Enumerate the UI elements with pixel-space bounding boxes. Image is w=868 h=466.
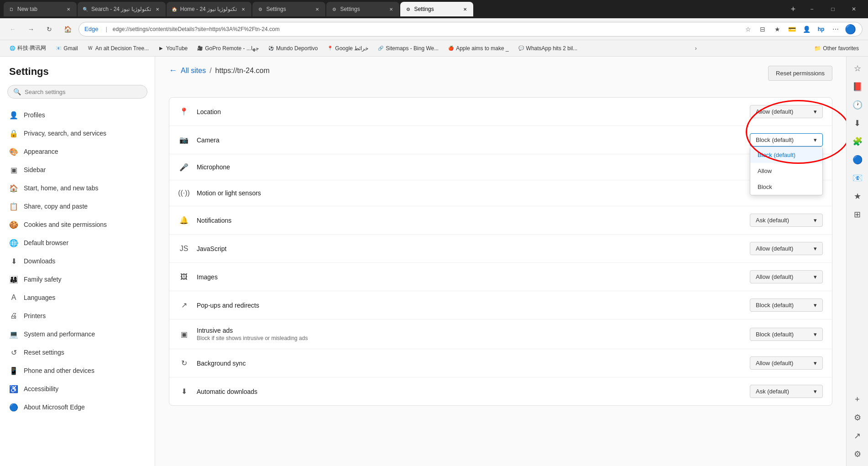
bookmark-item-1[interactable]: 📧Gmail [52,44,81,52]
reset-permissions-button[interactable]: Reset permissions [768,66,832,81]
address-bar[interactable]: Edge | edge://settings/content/siteDetai… [78,22,863,37]
nav-item-start-home[interactable]: 🏠 Start, home, and new tabs [0,179,155,197]
nav-item-cookies[interactable]: 🍪 Cookies and site permissions [0,215,155,234]
bookmarks-more-button[interactable]: › [690,43,701,54]
wallet-icon[interactable]: 💳 [785,23,798,36]
nav-item-downloads[interactable]: ⬇ Downloads [0,252,155,270]
tab-settings3-tab[interactable]: ⚙ Settings ✕ [400,2,473,16]
sidebar-icon-downloads-side[interactable]: ⬇ [849,115,866,131]
sidebar-icon-favorites[interactable]: ☆ [849,60,866,77]
bookmark-item-6[interactable]: 📍Google خرائط [323,44,372,52]
perm-select-javascript[interactable]: Allow (default) ▾ [750,242,823,255]
bookmark-item-10[interactable]: 📁Other favorites [810,44,863,52]
breadcrumb-link[interactable]: All sites [181,67,206,75]
gear-small-icon[interactable]: ⚙ [849,446,866,462]
nav-item-default-browser[interactable]: 🌐 Default browser [0,234,155,252]
tab-close-new-tab[interactable]: ✕ [65,5,72,13]
bookmark-item-3[interactable]: ▶YouTube [154,44,191,52]
perm-select-location[interactable]: Allow (default) ▾ [750,105,823,118]
sidebar-icon-outlook[interactable]: 📧 [849,170,866,186]
more-menu-icon[interactable]: ⋯ [829,23,842,36]
tab-new-tab[interactable]: 🗋 New tab ✕ [4,2,77,16]
nav-item-accessibility[interactable]: ♿ Accessibility [0,380,155,398]
bookmark-item-4[interactable]: 🎥GoPro Remote - ...جها [193,44,262,52]
close-button[interactable]: ✕ [843,0,864,18]
nav-item-family-safety[interactable]: 👨‍👩‍👧 Family safety [0,270,155,288]
sidebar-icon-collections[interactable]: ★ [849,188,866,204]
sidebar-icon-reading-list[interactable]: 📕 [849,79,866,95]
permission-row-popups: ↗ Pop-ups and redirects Block (default) … [169,291,832,319]
nav-label-sidebar: Sidebar [24,166,46,173]
breadcrumb-current: https://tn-24.com [215,67,270,75]
nav-item-printers[interactable]: 🖨 Printers [0,307,155,325]
nav-icon-downloads: ⬇ [9,257,18,266]
minimize-button[interactable]: − [801,0,822,18]
home-button[interactable]: 🏠 [60,22,75,37]
perm-select-popups[interactable]: Block (default) ▾ [750,298,823,312]
bookmark-item-2[interactable]: WAn alt Decision Tree... [84,44,152,52]
refresh-button[interactable]: ↻ [42,22,57,37]
nav-item-about[interactable]: 🔵 About Microsoft Edge [0,398,155,416]
perm-select-images[interactable]: Allow (default) ▾ [750,270,823,283]
nav-item-sidebar[interactable]: ▣ Sidebar [0,161,155,179]
address-bar-icons: ☆ ⊟ ★ 💳 👤 hp ⋯ 🔵 [742,23,857,36]
dropdown-option-block-default[interactable]: Block (default) [750,147,822,163]
profile-icon[interactable]: 👤 [800,23,813,36]
nav-item-appearance[interactable]: 🎨 Appearance [0,142,155,161]
tab-close-home-tab[interactable]: ✕ [240,5,247,13]
perm-select-chevron-notifications: ▾ [814,217,817,224]
sidebar-icon-edge-circle[interactable]: 🔵 [849,152,866,168]
edge-sidebar-icon[interactable]: 🔵 [844,23,857,36]
bookmark-item-0[interactable]: 🌐科技·腾讯网 [5,43,50,53]
sidebar-icon-history[interactable]: 🕐 [849,97,866,113]
bookmark-label-9: WhatsApp hits 2 bil... [526,45,578,52]
perm-select-background-sync[interactable]: Allow (default) ▾ [750,356,823,370]
tab-close-settings2-tab[interactable]: ✕ [387,5,395,13]
tab-label-settings1-tab: Settings [266,6,311,12]
dropdown-option-block[interactable]: Block [750,179,822,195]
nav-item-phone[interactable]: 📱 Phone and other devices [0,361,155,380]
tab-settings2-tab[interactable]: ⚙ Settings ✕ [326,2,399,16]
nav-item-system[interactable]: 💻 System and performance [0,325,155,343]
nav-icon-share-copy: 📋 [9,202,18,211]
perm-select-value-javascript: Allow (default) [756,245,793,252]
nav-item-languages[interactable]: A Languages [0,288,155,307]
dropdown-option-allow[interactable]: Allow [750,163,822,179]
tab-close-settings1-tab[interactable]: ✕ [314,5,321,13]
sidebar-icon-split[interactable]: ⊞ [849,206,866,223]
perm-icon-javascript: JS [178,243,189,254]
hp-icon[interactable]: hp [815,23,827,36]
tab-search-tab[interactable]: 🔍 Search - 24 تکنولوژیا نیوز ✕ [78,2,166,16]
maximize-button[interactable]: □ [822,0,843,18]
search-box[interactable]: 🔍 [7,85,147,99]
perm-select-auto-downloads[interactable]: Ask (default) ▾ [750,385,823,398]
bookmark-item-8[interactable]: 🍎Apple aims to make _ [444,44,512,52]
nav-item-share-copy[interactable]: 📋 Share, copy and paste [0,197,155,215]
perm-select-intrusive-ads[interactable]: Block (default) ▾ [750,328,823,341]
tab-close-search-tab[interactable]: ✕ [154,5,161,13]
perm-select-notifications[interactable]: Ask (default) ▾ [750,214,823,227]
nav-item-profiles[interactable]: 👤 Profiles [0,106,155,124]
external-link-icon[interactable]: ↗ [849,428,866,444]
nav-item-privacy[interactable]: 🔒 Privacy, search, and services [0,124,155,142]
favorites-icon[interactable]: ☆ [742,23,754,36]
bookmark-favicon-7: 🔗 [377,45,384,52]
split-view-icon[interactable]: ⊟ [756,23,769,36]
sidebar-icon-extensions[interactable]: 🧩 [849,133,866,150]
search-settings-input[interactable] [25,89,141,95]
new-tab-button[interactable]: + [787,3,800,16]
favorites-bar-icon[interactable]: ★ [771,23,784,36]
sidebar-icon-plus[interactable]: + [849,391,866,408]
bookmark-item-5[interactable]: ⚽Mundo Deportivo [264,44,321,52]
tab-close-settings3-tab[interactable]: ✕ [461,5,469,13]
tab-settings1-tab[interactable]: ⚙ Settings ✕ [252,2,325,16]
bookmark-item-9[interactable]: 💬WhatsApp hits 2 bil... [514,44,581,52]
back-button[interactable]: ← [5,22,20,37]
bookmark-item-7[interactable]: 🔗Sitemaps - Bing We... [374,44,442,52]
tab-home-tab[interactable]: 🏠 Home - 24 تکنولوژیا نیوز ✕ [167,2,252,16]
settings-icon[interactable]: ⚙ [849,409,866,426]
breadcrumb-back-button[interactable]: ← [169,66,177,75]
perm-select-camera[interactable]: Block (default) ▾ [750,133,823,147]
nav-item-reset[interactable]: ↺ Reset settings [0,343,155,361]
forward-button[interactable]: → [24,22,38,37]
